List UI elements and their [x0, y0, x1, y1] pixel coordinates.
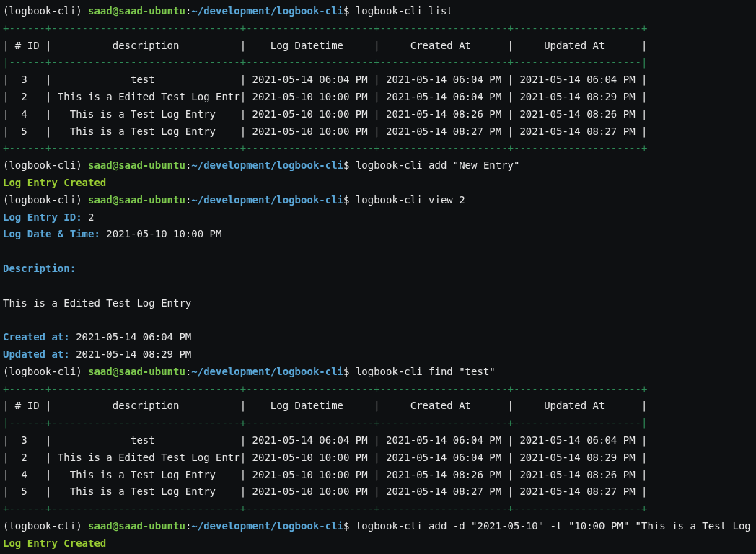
prompt-user-host: saad@saad-ubuntu — [88, 194, 185, 206]
command-add-full: logbook-cli add -d "2021-05-10" -t "10:0… — [356, 520, 756, 532]
view-updated-value: 2021-05-14 08:29 PM — [76, 348, 191, 360]
view-created-label: Created at: — [3, 331, 76, 343]
table-row: | 4 | This is a Test Log Entry | 2021-05… — [3, 469, 647, 480]
prompt-user-host: saad@saad-ubuntu — [88, 520, 185, 532]
prompt-dollar: $ — [343, 366, 356, 377]
command-list: logbook-cli list — [356, 5, 453, 17]
prompt-dollar: $ — [343, 520, 356, 532]
table-row: | 2 | This is a Edited Test Log Entr| 20… — [3, 91, 647, 102]
view-description-value: This is a Edited Test Log Entry — [3, 297, 191, 309]
view-created-value: 2021-05-14 06:04 PM — [76, 331, 191, 343]
prompt-dollar: $ — [343, 194, 356, 206]
table-border-bot: +------+-------------------------------+… — [3, 142, 647, 154]
table-header: | # ID | description | Log Datetime | Cr… — [3, 40, 647, 51]
table-header: | # ID | description | Log Datetime | Cr… — [3, 400, 647, 411]
prompt-path: ~/development/logbook-cli — [191, 5, 343, 17]
prompt-path: ~/development/logbook-cli — [191, 194, 343, 206]
msg-created: Log Entry Created — [3, 537, 106, 549]
table-row: | 5 | This is a Test Log Entry | 2021-05… — [3, 126, 647, 137]
view-id-value: 2 — [88, 211, 94, 223]
terminal-output[interactable]: (logbook-cli) saad@saad-ubuntu:~/develop… — [0, 0, 756, 554]
prompt-dollar: $ — [343, 5, 356, 17]
table-border-bot: +------+-------------------------------+… — [3, 503, 647, 514]
view-updated-label: Updated at: — [3, 348, 76, 360]
prompt-env: (logbook-cli) — [3, 520, 88, 532]
prompt-path: ~/development/logbook-cli — [191, 366, 343, 377]
table-row: | 3 | test | 2021-05-14 06:04 PM | 2021-… — [3, 74, 647, 85]
prompt-dollar: $ — [343, 159, 356, 171]
command-find: logbook-cli find "test" — [356, 366, 496, 377]
prompt-env: (logbook-cli) — [3, 159, 88, 171]
table-row: | 3 | test | 2021-05-14 06:04 PM | 2021-… — [3, 434, 647, 446]
table-row: | 4 | This is a Test Log Entry | 2021-05… — [3, 108, 647, 120]
command-view: logbook-cli view 2 — [356, 194, 465, 206]
view-datetime-label: Log Date & Time: — [3, 228, 106, 239]
prompt-user-host: saad@saad-ubuntu — [88, 159, 185, 171]
command-add-new: logbook-cli add "New Entry" — [356, 159, 520, 171]
table-row: | 2 | This is a Edited Test Log Entr| 20… — [3, 452, 647, 463]
table-border-top: +------+-------------------------------+… — [3, 383, 647, 395]
table-border-sep: |------+-------------------------------+… — [3, 417, 647, 428]
table-border-top: +------+-------------------------------+… — [3, 22, 647, 34]
view-description-label: Description: — [3, 263, 76, 274]
prompt-user-host: saad@saad-ubuntu — [88, 366, 185, 377]
table-border-sep: |------+-------------------------------+… — [3, 56, 647, 68]
prompt-env: (logbook-cli) — [3, 366, 88, 377]
view-datetime-value: 2021-05-10 10:00 PM — [106, 228, 221, 239]
prompt-path: ~/development/logbook-cli — [191, 520, 343, 532]
view-id-label: Log Entry ID: — [3, 211, 88, 223]
prompt-env: (logbook-cli) — [3, 194, 88, 206]
msg-created: Log Entry Created — [3, 177, 106, 188]
prompt-env: (logbook-cli) — [3, 5, 88, 17]
prompt-path: ~/development/logbook-cli — [191, 159, 343, 171]
prompt-user-host: saad@saad-ubuntu — [88, 5, 185, 17]
table-row: | 5 | This is a Test Log Entry | 2021-05… — [3, 485, 647, 497]
